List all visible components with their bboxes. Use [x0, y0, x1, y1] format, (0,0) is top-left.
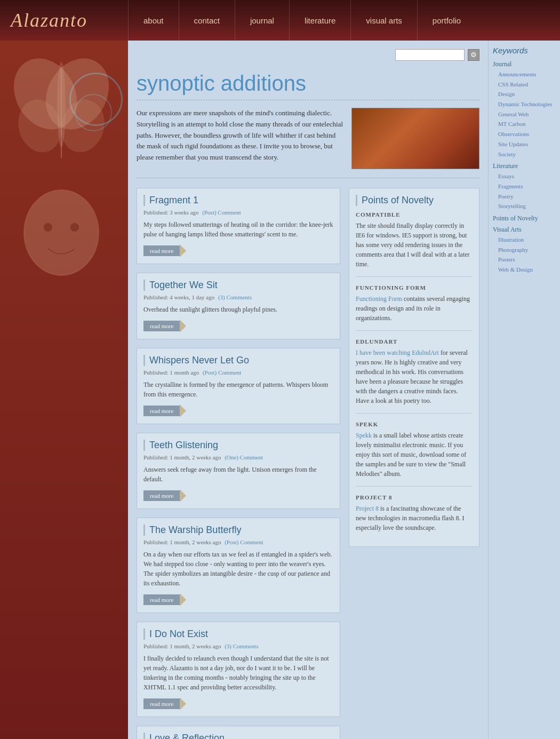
main-wrapper: ⚙ synoptic additions Our expressions are… [0, 41, 560, 739]
keywords-sidebar: Keywords Journal Announcements CSS Relat… [488, 41, 560, 739]
post-excerpt: On a day when our efforts tax us we feel… [143, 550, 333, 588]
post-comment-link[interactable]: (Post) Comment [203, 369, 241, 376]
read-more-arrow [180, 593, 186, 606]
kw-sub-design[interactable]: Design [493, 89, 556, 99]
kw-sub-posters[interactable]: Posters [493, 255, 556, 265]
kw-sub-society[interactable]: Society [493, 149, 556, 160]
kw-sub-web-design[interactable]: Web & Design [493, 265, 556, 275]
nav-portfolio[interactable]: portfolio [417, 0, 476, 41]
svg-point-8 [70, 223, 79, 232]
kw-sub-observations[interactable]: Observations [493, 129, 556, 139]
point-text: I have been watching EdulndArt for sever… [356, 348, 473, 406]
read-more-wrap: read more [143, 320, 333, 332]
face-decoration [13, 179, 109, 286]
post-meta: Published: 1 month, 2 weeks ago (One) Co… [143, 454, 333, 460]
kw-sub-dynamic[interactable]: Dynamic Technologies [493, 99, 556, 109]
kw-sub-css[interactable]: CSS Related [493, 80, 556, 90]
edlundart-link[interactable]: I have been watching EdulndArt [356, 349, 439, 356]
kw-sub-essays[interactable]: Essays [493, 171, 556, 181]
post-i-do-not-exist: I Do Not Exist Published: 1 month, 2 wee… [137, 622, 340, 717]
post-love-reflection: Love & Reflection Published: 1 month, 2 … [137, 726, 340, 739]
search-button[interactable]: ⚙ [468, 49, 479, 61]
post-title: Love & Reflection [143, 733, 333, 739]
post-title: The Warship Butterfly [143, 525, 333, 536]
read-more-arrow [180, 404, 186, 417]
kw-category-label: Journal [493, 60, 556, 68]
post-warship-butterfly: The Warship Butterfly Published: 1 month… [137, 518, 340, 613]
post-meta: Published: 4 weeks, 1 day ago (3) Commen… [143, 294, 333, 300]
read-more-button[interactable]: read more [143, 406, 180, 416]
nav-about[interactable]: about [128, 0, 179, 41]
read-more-button[interactable]: read more [143, 490, 180, 501]
kw-category-label[interactable]: Points of Novelty [493, 214, 556, 223]
kw-sub-announcements[interactable]: Announcements [493, 69, 556, 80]
read-more-button[interactable]: read more [143, 245, 180, 256]
read-more-arrow [180, 244, 186, 257]
post-title: Whispers Never Let Go [143, 355, 333, 366]
kw-sub-photography[interactable]: Photography [493, 245, 556, 255]
post-teeth-glistening: Teeth Glistening Published: 1 month, 2 w… [137, 433, 340, 509]
post-excerpt: My steps followed smatterings of heating… [143, 220, 333, 239]
svg-point-6 [24, 190, 99, 275]
project8-link[interactable]: Project 8 [356, 505, 379, 512]
point-edlundart: EDLUNDART I have been watching EdulndArt… [356, 338, 473, 414]
points-of-novelty-box: Points of Novelty COMPATIBLE The site sh… [349, 188, 479, 547]
nav-journal[interactable]: journal [235, 0, 289, 41]
point-project8: PROJECT 8 Project 8 is a fascinating sho… [356, 494, 473, 540]
functioning-form-link[interactable]: Functioning Form [356, 295, 402, 303]
kw-sub-mt-carbon[interactable]: MT Carbon [493, 119, 556, 129]
kw-sub-site-updates[interactable]: Site Updates [493, 139, 556, 149]
intro-image [351, 108, 479, 169]
point-heading: SPEKK [356, 421, 473, 427]
main-nav: about contact journal literature visual … [128, 0, 560, 41]
post-comment-link[interactable]: (Post) Comment [225, 539, 263, 545]
point-text: Project 8 is a fascinating showcase of t… [356, 504, 473, 533]
read-more-button[interactable]: read more [143, 698, 180, 709]
intro-text: Our expressions are mere snapshots of th… [137, 108, 343, 169]
read-more-button[interactable]: read more [143, 594, 180, 605]
post-title: Fragment 1 [143, 195, 333, 206]
main-content-area: ⚙ synoptic additions Our expressions are… [128, 41, 488, 739]
read-more-arrow [180, 697, 186, 710]
post-whispers: Whispers Never Let Go Published: 1 month… [137, 348, 340, 424]
keywords-title: Keywords [493, 46, 556, 55]
two-col-layout: Fragment 1 Published: 3 weeks ago (Post)… [137, 188, 479, 739]
post-excerpt: The crystalline is formed by the emergen… [143, 380, 333, 399]
search-input[interactable] [395, 49, 465, 61]
point-compatible: COMPATIBLE The site should finally displ… [356, 211, 473, 277]
nav-literature[interactable]: literature [289, 0, 350, 41]
kw-sub-general-web[interactable]: General Web [493, 109, 556, 120]
svg-point-7 [44, 223, 52, 232]
post-meta: Published: 3 weeks ago (Post) Comment [143, 209, 333, 216]
read-more-wrap: read more [143, 593, 333, 606]
point-spekk: SPEKK Spekk is a small label whose artis… [356, 421, 473, 487]
read-more-button[interactable]: read more [143, 321, 180, 331]
logo[interactable]: Alazanto [0, 9, 128, 31]
kw-sub-storytelling[interactable]: Storytelling [493, 201, 556, 211]
nav-visual-arts[interactable]: visual arts [350, 0, 417, 41]
keyword-category-visual: Visual Arts Illustration Photography Pos… [493, 226, 556, 275]
spekk-link[interactable]: Spekk [356, 432, 372, 439]
points-title: Points of Novelty [356, 195, 473, 206]
search-row: ⚙ [137, 49, 479, 65]
read-more-wrap: read more [143, 404, 333, 417]
read-more-wrap: read more [143, 244, 333, 257]
read-more-wrap: read more [143, 489, 333, 502]
keyword-category-points: Points of Novelty [493, 214, 556, 223]
post-excerpt: I finally decided to relaunch even thoug… [143, 654, 333, 692]
read-more-arrow [180, 489, 186, 502]
post-title: Together We Sit [143, 280, 333, 291]
post-comment-link[interactable]: (Post) Comment [202, 209, 241, 216]
kw-sub-poetry[interactable]: Poetry [493, 192, 556, 202]
point-heading: PROJECT 8 [356, 494, 473, 500]
post-title: I Do Not Exist [143, 629, 333, 640]
svg-point-5 [57, 62, 66, 147]
kw-sub-fragments[interactable]: Fragments [493, 181, 556, 192]
nav-contact[interactable]: contact [179, 0, 235, 41]
point-text: Spekk is a small label whose artists cre… [356, 431, 473, 479]
post-comment-link[interactable]: (3) Comments [218, 294, 252, 300]
point-text: The site should finally display correctl… [356, 221, 473, 269]
post-comment-link[interactable]: (3) Comments [225, 643, 258, 649]
post-comment-link[interactable]: (One) Comment [225, 454, 263, 460]
kw-sub-illustration[interactable]: Illustration [493, 235, 556, 245]
